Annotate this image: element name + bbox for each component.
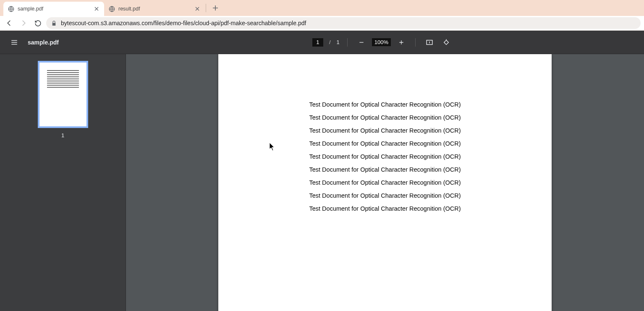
lock-icon: [51, 21, 57, 26]
globe-icon: [108, 5, 115, 12]
document-line: Test Document for Optical Character Reco…: [243, 179, 526, 186]
thumbnail-label: 1: [61, 132, 64, 139]
document-line: Test Document for Optical Character Reco…: [243, 192, 526, 199]
svg-rect-3: [444, 40, 449, 44]
fit-page-button[interactable]: [423, 36, 436, 49]
globe-icon: [8, 5, 14, 12]
thumbnail-pane: 1: [0, 54, 126, 311]
address-bar[interactable]: bytescout-com.s3.amazonaws.com/files/dem…: [46, 17, 641, 29]
pdf-tools: / 1 100%: [312, 36, 453, 49]
pdf-body: 1 Test Document for Optical Character Re…: [0, 54, 644, 311]
forward-button[interactable]: [18, 17, 29, 29]
pdf-filename: sample.pdf: [28, 39, 59, 46]
divider: [347, 38, 348, 47]
browser-toolbar: bytescout-com.s3.amazonaws.com/files/dem…: [0, 16, 644, 31]
rotate-button[interactable]: [440, 36, 453, 49]
page-scroll-area[interactable]: Test Document for Optical Character Reco…: [126, 54, 644, 311]
back-button[interactable]: [3, 17, 15, 29]
reload-button[interactable]: [32, 17, 44, 29]
document-line: Test Document for Optical Character Reco…: [243, 205, 526, 212]
close-icon[interactable]: [93, 5, 100, 12]
document-line: Test Document for Optical Character Reco…: [243, 127, 526, 134]
pdf-toolbar: sample.pdf / 1 100%: [0, 31, 644, 54]
divider: [415, 38, 416, 47]
zoom-out-button[interactable]: [355, 36, 368, 49]
zoom-in-button[interactable]: [395, 36, 408, 49]
document-line: Test Document for Optical Character Reco…: [243, 153, 526, 160]
thumbnail-preview: [47, 70, 79, 88]
tab-separator: [206, 4, 206, 12]
document-line: Test Document for Optical Character Reco…: [243, 101, 526, 108]
page-number-input[interactable]: [312, 38, 323, 47]
pdf-page: Test Document for Optical Character Reco…: [218, 54, 552, 311]
document-line: Test Document for Optical Character Reco…: [243, 114, 526, 121]
url-text: bytescout-com.s3.amazonaws.com/files/dem…: [61, 20, 306, 26]
page-separator: /: [329, 39, 331, 45]
close-icon[interactable]: [194, 5, 201, 12]
zoom-level: 100%: [372, 38, 391, 46]
document-line: Test Document for Optical Character Reco…: [243, 166, 526, 173]
page-thumbnail[interactable]: [38, 61, 88, 128]
browser-tab-active[interactable]: sample.pdf: [3, 2, 104, 16]
new-tab-button[interactable]: [209, 2, 221, 14]
browser-tab-strip: sample.pdf result.pdf: [0, 0, 644, 16]
document-line: Test Document for Optical Character Reco…: [243, 140, 526, 147]
hamburger-icon[interactable]: [7, 35, 22, 50]
page-total: 1: [337, 39, 340, 45]
tab-title: result.pdf: [118, 6, 140, 12]
browser-tab[interactable]: result.pdf: [104, 2, 205, 16]
tab-title: sample.pdf: [18, 6, 43, 12]
